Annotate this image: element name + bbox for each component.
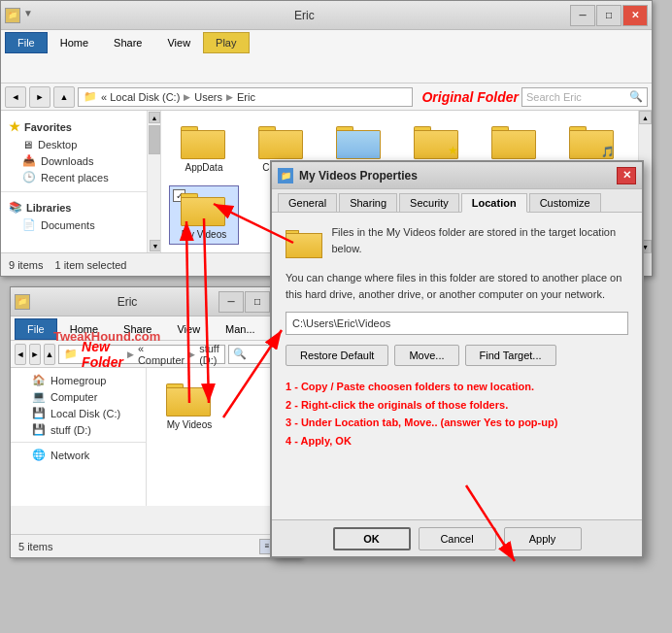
ok-button[interactable]: OK: [333, 527, 411, 550]
bottom-address-bar: ◄ ► ▲ 📁 New Folder ▶ « Computer ▶ stuff …: [11, 341, 300, 368]
address-path[interactable]: 📁 « Local Disk (C:) ▶ Users ▶ Eric: [78, 87, 413, 107]
close-button[interactable]: ✕: [622, 5, 648, 26]
window-controls: ─ □ ✕: [570, 5, 648, 26]
bottom-address-path[interactable]: 📁 New Folder ▶ « Computer ▶ stuff (D:): [58, 345, 225, 364]
localdisk-label: Local Disk (C:): [50, 408, 120, 419]
sidebar-item-desktop[interactable]: 🖥 Desktop: [1, 137, 160, 152]
favorites-label: Favorites: [24, 121, 72, 133]
bottom-tab-view[interactable]: View: [164, 318, 213, 340]
breadcrumb-part1[interactable]: « Local Disk (C:): [101, 91, 180, 103]
dialog-tab-customize[interactable]: Customize: [529, 193, 601, 212]
bottom-up[interactable]: ▲: [44, 344, 55, 365]
ribbon-tabs: File Home Share View Play: [1, 30, 652, 53]
bottom-maximize[interactable]: □: [245, 291, 270, 313]
sidebar-scrollbar[interactable]: ▲ ▼: [147, 111, 160, 253]
bottom-status-bar: 5 items ≡ ⊞: [11, 534, 300, 557]
scroll-thumb[interactable]: [149, 125, 160, 154]
computer-icon: 💻: [32, 390, 46, 403]
tab-home[interactable]: Home: [48, 32, 101, 53]
dialog-tab-location[interactable]: Location: [461, 193, 527, 213]
dialog-icon-row: Files in the My Videos folder are stored…: [286, 224, 628, 260]
tab-share[interactable]: Share: [101, 32, 154, 53]
search-box[interactable]: Search Eric 🔍: [521, 87, 648, 107]
bottom-search-icon: 🔍: [233, 348, 247, 360]
dialog-tab-sharing[interactable]: Sharing: [339, 193, 397, 212]
scroll-up-arrow[interactable]: ▲: [149, 112, 160, 123]
bottom-window: 📁 Eric ─ □ ✕ File Home Share View Man...…: [10, 286, 301, 558]
dialog-tab-security[interactable]: Security: [399, 193, 459, 212]
restore-default-button[interactable]: Restore Default: [286, 345, 388, 366]
stuff-label: stuff (D:): [50, 424, 91, 436]
scroll-down-arrow[interactable]: ▼: [150, 240, 161, 251]
sidebar-item-network[interactable]: 🌐 Network: [11, 447, 146, 463]
bottom-tab-manage[interactable]: Man...: [213, 318, 268, 340]
folder-myvideos-label: My Videos: [182, 229, 227, 241]
search-placeholder: Search Eric: [526, 91, 582, 103]
breadcrumb-icon: 📁: [84, 90, 97, 103]
dialog-tabs: General Sharing Security Location Custom…: [272, 189, 642, 213]
bottom-folder-myvideos-icon: [166, 380, 213, 416]
top-title-bar: 📁 ▼ Eric ─ □ ✕: [1, 1, 652, 30]
bottom-part1[interactable]: « Computer: [138, 343, 185, 366]
sidebar-item-localdisk[interactable]: 💾 Local Disk (C:): [11, 405, 146, 421]
dialog-close-button[interactable]: ✕: [617, 167, 636, 184]
sidebar-item-computer[interactable]: 💻 Computer: [11, 388, 146, 405]
tab-play[interactable]: Play: [203, 32, 249, 53]
dialog-body: Files in the My Videos folder are stored…: [272, 213, 642, 462]
bottom-minimize[interactable]: ─: [218, 291, 244, 313]
bottom-part2[interactable]: stuff (D:): [199, 343, 219, 366]
sidebar: ★ Favorites 🖥 Desktop 📥 Downloads 🕒 Rece…: [1, 111, 161, 253]
bottom-forward[interactable]: ►: [29, 344, 41, 365]
breadcrumb-part2[interactable]: Users: [194, 91, 222, 103]
downloads-label: Downloads: [41, 155, 93, 167]
find-target-button[interactable]: Find Target...: [465, 345, 556, 366]
folder-contacts-icon: [258, 122, 305, 159]
libraries-section: 📚 Libraries 📄 Documents: [1, 196, 160, 235]
sidebar-item-downloads[interactable]: 📥 Downloads: [1, 152, 160, 169]
tab-file[interactable]: File: [5, 32, 48, 53]
sidebar-item-recent[interactable]: 🕒 Recent places: [1, 169, 160, 185]
vscroll-up[interactable]: ▲: [639, 111, 652, 124]
move-button[interactable]: Move...: [394, 345, 458, 366]
apply-button[interactable]: Apply: [504, 527, 582, 550]
homegroup-label: Homegroup: [50, 375, 106, 386]
bottom-back[interactable]: ◄: [15, 344, 26, 365]
folder-favorites-icon: ★: [414, 122, 460, 159]
title-bar-icons: 📁 ▼: [5, 8, 33, 23]
list-item[interactable]: My Videos: [154, 376, 224, 435]
desktop-icon: 🖥: [22, 139, 33, 150]
cancel-button[interactable]: Cancel: [419, 527, 496, 550]
search-icon: 🔍: [629, 90, 643, 103]
list-item[interactable]: AppData: [169, 118, 239, 178]
instruction-3: 3 - Under Location tab, Move.. (answer Y…: [286, 414, 628, 432]
back-button[interactable]: ◄: [5, 86, 26, 108]
sidebar-item-homegroup[interactable]: 🏠 Homegroup: [11, 372, 146, 388]
bottom-status-count: 5 items: [18, 541, 52, 552]
list-item[interactable]: ✓ My Videos: [169, 185, 239, 245]
network-icon: 🌐: [32, 449, 46, 461]
folder-mymusic-icon: 🎵: [569, 122, 616, 159]
dialog-description: Files in the My Videos folder are stored…: [331, 224, 628, 256]
bottom-tab-file[interactable]: File: [15, 318, 57, 340]
maximize-button[interactable]: □: [596, 5, 622, 26]
up-button[interactable]: ▲: [53, 86, 75, 108]
sidebar-item-documents[interactable]: 📄 Documents: [1, 217, 160, 233]
sidebar-item-stuff[interactable]: 💾 stuff (D:): [11, 421, 146, 438]
status-selected: 1 item selected: [54, 259, 126, 271]
libraries-icon: 📚: [9, 201, 22, 214]
music-overlay-icon: 🎵: [601, 146, 615, 158]
tab-view[interactable]: View: [154, 32, 203, 53]
forward-button[interactable]: ►: [29, 86, 50, 108]
libraries-heading: 📚 Libraries: [1, 198, 160, 217]
bottom-breadcrumb-icon: 📁: [64, 348, 78, 360]
dialog-tab-general[interactable]: General: [278, 193, 337, 212]
documents-icon: 📄: [22, 218, 36, 231]
computer-label: Computer: [50, 391, 97, 403]
breadcrumb-part3[interactable]: Eric: [237, 91, 255, 103]
dialog-path-box[interactable]: C:\Users\Eric\Videos: [286, 312, 628, 335]
dialog-instructions: 1 - Copy / Paste choosen folders to new …: [286, 378, 628, 450]
window-icon: 📁: [5, 8, 20, 23]
minimize-button[interactable]: ─: [570, 5, 595, 26]
dialog-action-buttons: Restore Default Move... Find Target...: [286, 345, 628, 366]
favorites-section: ★ Favorites 🖥 Desktop 📥 Downloads 🕒 Rece…: [1, 115, 160, 187]
